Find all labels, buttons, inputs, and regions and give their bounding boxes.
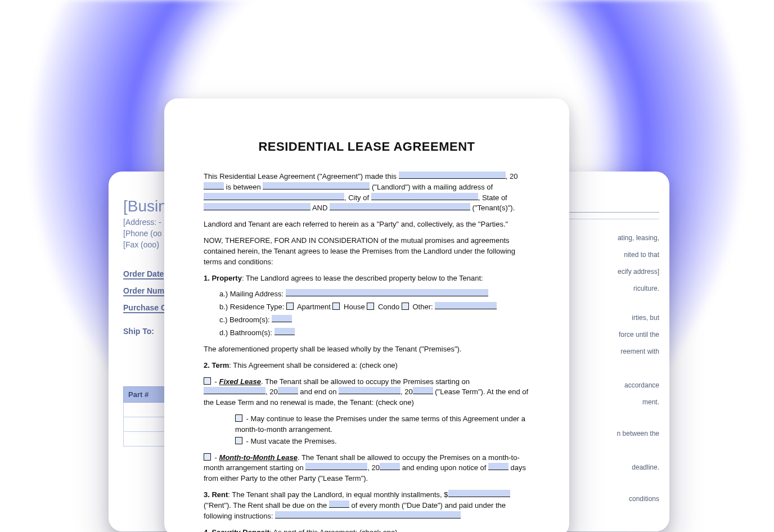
lease-section-2: 2. Term: This Agreement shall be conside… — [204, 360, 530, 371]
lease-1a: a.) Mailing Address: — [219, 289, 530, 300]
lease-agreement-card: RESIDENTIAL LEASE AGREEMENT This Residen… — [164, 98, 569, 532]
lease-1b: b.) Residence Type: Apartment House Cond… — [219, 302, 530, 313]
lease-section-1: 1. Property: The Landlord agrees to leas… — [204, 273, 530, 284]
lease-premises: The aforementioned property shall be lea… — [204, 344, 530, 355]
lease-fixed: - Fixed Lease. The Tenant shall be allow… — [204, 377, 530, 409]
lease-title: RESIDENTIAL LEASE AGREEMENT — [204, 138, 530, 156]
po-order-date-label: Order Date — [123, 269, 164, 279]
lease-now-therefore: NOW, THEREFORE, FOR AND IN CONSIDERATION… — [204, 236, 530, 268]
lease-1d: d.) Bathroom(s): — [219, 328, 530, 339]
lease-fixed-opt-b: - Must vacate the Premises. — [235, 436, 530, 447]
lease-section-3: 3. Rent: The Tenant shall pay the Landlo… — [204, 490, 530, 522]
lease-section-4: 4. Security Deposit: As part of this Agr… — [204, 528, 530, 532]
lease-intro: This Residential Lease Agreement ("Agree… — [204, 172, 530, 214]
po-order-num-label: Order Num — [123, 286, 164, 296]
lease-fixed-opt-a: - May continue to lease the Premises und… — [235, 414, 530, 435]
lease-parties: Landlord and Tenant are each referred to… — [204, 219, 530, 230]
lease-m2m: - Month-to-Month Lease. The Tenant shall… — [204, 453, 530, 485]
lease-1c: c.) Bedroom(s): — [219, 315, 530, 326]
po-purchase-order-label: Purchase O — [123, 303, 167, 313]
